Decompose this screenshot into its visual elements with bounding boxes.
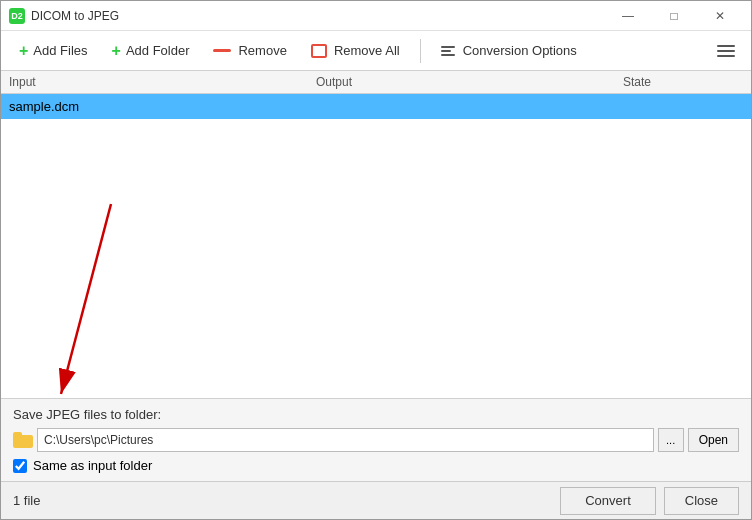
file-state bbox=[623, 99, 743, 114]
action-buttons: Convert Close bbox=[560, 487, 739, 515]
remove-label: Remove bbox=[238, 43, 286, 58]
same-as-input-label[interactable]: Same as input folder bbox=[33, 458, 152, 473]
remove-all-icon bbox=[311, 44, 327, 58]
app-icon: D2 bbox=[9, 8, 25, 24]
svg-line-1 bbox=[61, 204, 111, 394]
add-files-button[interactable]: + Add Files bbox=[9, 38, 98, 64]
app-title: DICOM to JPEG bbox=[31, 9, 119, 23]
conversion-options-button[interactable]: Conversion Options bbox=[431, 39, 587, 62]
convert-button[interactable]: Convert bbox=[560, 487, 656, 515]
add-folder-icon: + bbox=[112, 42, 121, 60]
remove-button[interactable]: Remove bbox=[203, 39, 296, 62]
column-output: Output bbox=[316, 75, 623, 89]
folder-path-input[interactable] bbox=[37, 428, 654, 452]
close-window-button[interactable]: ✕ bbox=[697, 1, 743, 31]
title-bar-left: D2 DICOM to JPEG bbox=[9, 8, 119, 24]
hamburger-line-1 bbox=[717, 45, 735, 47]
column-input: Input bbox=[9, 75, 316, 89]
add-folder-button[interactable]: + Add Folder bbox=[102, 38, 200, 64]
file-input-name: sample.dcm bbox=[9, 99, 316, 114]
hamburger-menu-button[interactable] bbox=[709, 39, 743, 63]
remove-all-label: Remove All bbox=[334, 43, 400, 58]
main-window: D2 DICOM to JPEG — □ ✕ + Add Files + Add… bbox=[0, 0, 752, 520]
file-output bbox=[316, 99, 623, 114]
file-list-container: sample.dcm bbox=[1, 94, 751, 398]
save-label: Save JPEG files to folder: bbox=[13, 407, 739, 422]
add-files-label: Add Files bbox=[33, 43, 87, 58]
window-controls: — □ ✕ bbox=[605, 1, 743, 31]
file-count-label: 1 file bbox=[13, 493, 40, 508]
status-bar: 1 file Convert Close bbox=[1, 481, 751, 519]
add-files-icon: + bbox=[19, 42, 28, 60]
toolbar: + Add Files + Add Folder Remove Remove A… bbox=[1, 31, 751, 71]
table-row[interactable]: sample.dcm bbox=[1, 94, 751, 119]
same-as-input-row: Same as input folder bbox=[13, 458, 739, 473]
hamburger-line-2 bbox=[717, 50, 735, 52]
folder-row: ... Open bbox=[13, 428, 739, 452]
minimize-button[interactable]: — bbox=[605, 1, 651, 31]
file-list: sample.dcm bbox=[1, 94, 751, 119]
add-folder-label: Add Folder bbox=[126, 43, 190, 58]
conversion-options-label: Conversion Options bbox=[463, 43, 577, 58]
maximize-button[interactable]: □ bbox=[651, 1, 697, 31]
close-button[interactable]: Close bbox=[664, 487, 739, 515]
open-button[interactable]: Open bbox=[688, 428, 739, 452]
folder-icon bbox=[13, 432, 33, 448]
file-list-header: Input Output State bbox=[1, 71, 751, 94]
conversion-options-icon bbox=[441, 46, 455, 56]
title-bar: D2 DICOM to JPEG — □ ✕ bbox=[1, 1, 751, 31]
toolbar-separator bbox=[420, 39, 421, 63]
browse-button[interactable]: ... bbox=[658, 428, 684, 452]
same-as-input-checkbox[interactable] bbox=[13, 459, 27, 473]
bottom-section: Save JPEG files to folder: ... Open Same… bbox=[1, 398, 751, 481]
remove-all-button[interactable]: Remove All bbox=[301, 39, 410, 62]
remove-icon bbox=[213, 49, 231, 52]
hamburger-line-3 bbox=[717, 55, 735, 57]
column-state: State bbox=[623, 75, 743, 89]
annotation-arrow bbox=[31, 194, 161, 414]
